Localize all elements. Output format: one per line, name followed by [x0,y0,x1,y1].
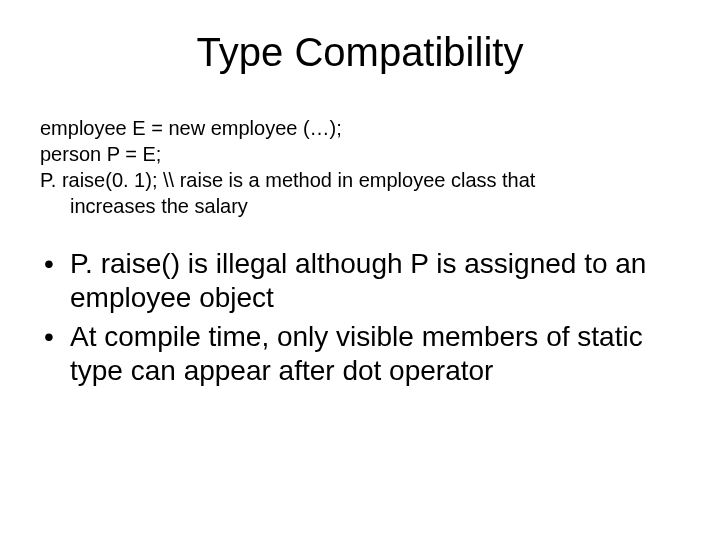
code-line-2: person P = E; [40,141,680,167]
slide: Type Compatibility employee E = new empl… [0,0,720,540]
bullet-list: P. raise() is illegal although P is assi… [40,247,680,387]
code-line-1: employee E = new employee (…); [40,115,680,141]
code-line-3: P. raise(0. 1); \\ raise is a method in … [40,167,680,193]
bullet-item: P. raise() is illegal although P is assi… [40,247,680,314]
bullet-item: At compile time, only visible members of… [40,320,680,387]
code-block: employee E = new employee (…); person P … [40,115,680,219]
slide-title: Type Compatibility [40,30,680,75]
code-line-3b: increases the salary [40,193,680,219]
